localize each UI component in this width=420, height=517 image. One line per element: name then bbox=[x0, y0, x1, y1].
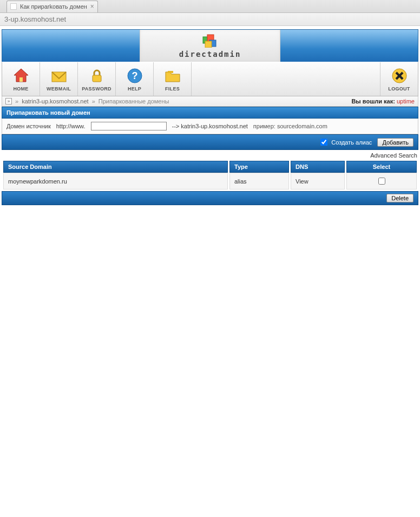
home-label: HOME bbox=[13, 86, 28, 91]
svg-rect-3 bbox=[205, 41, 212, 48]
logout-button[interactable]: LOGOUT bbox=[380, 62, 418, 96]
cell-select bbox=[346, 173, 417, 189]
cell-type: alias bbox=[229, 173, 289, 189]
delete-bar bbox=[2, 191, 418, 205]
domains-table: Source Domain Type DNS Select moynewpark… bbox=[2, 161, 418, 189]
svg-rect-10 bbox=[168, 71, 173, 73]
close-icon[interactable]: × bbox=[90, 3, 94, 10]
park-title-bar: Припарковать новый домен bbox=[2, 107, 418, 119]
help-button[interactable]: ? HELP bbox=[116, 62, 154, 96]
domain-suffix: --> katrin3-up.kosmohost.net bbox=[172, 123, 248, 129]
create-alias-checkbox[interactable] bbox=[320, 139, 327, 146]
th-select[interactable]: Select bbox=[346, 161, 417, 173]
url-prefix: http://www. bbox=[56, 123, 86, 129]
row-select-checkbox[interactable] bbox=[378, 178, 385, 185]
action-bar: Создать алиас bbox=[2, 134, 418, 150]
toolbar-spacer bbox=[192, 62, 380, 96]
table-row: moynewparkdomen.rualiasView bbox=[3, 173, 417, 189]
logo-box: directadmin bbox=[140, 30, 280, 62]
password-button[interactable]: PASSWORD bbox=[78, 62, 116, 96]
breadcrumb: » » katrin3-up.kosmohost.net » Припарков… bbox=[2, 96, 418, 107]
logged-in-label: Вы вошли как: bbox=[351, 98, 395, 104]
advanced-search-link[interactable]: Advanced Search bbox=[370, 152, 417, 159]
dns-view-link[interactable]: View bbox=[296, 178, 309, 185]
svg-rect-7 bbox=[93, 75, 101, 82]
files-button[interactable]: FILES bbox=[154, 62, 192, 96]
th-dns[interactable]: DNS bbox=[291, 161, 345, 173]
logged-in-user[interactable]: uptime bbox=[397, 98, 415, 104]
delete-button[interactable] bbox=[386, 194, 414, 202]
address-bar[interactable]: 3-up.kosmohost.net bbox=[0, 13, 420, 26]
help-label: HELP bbox=[128, 86, 141, 91]
files-label: FILES bbox=[165, 86, 180, 91]
address-url: 3-up.kosmohost.net bbox=[4, 15, 66, 23]
source-domain-input[interactable] bbox=[91, 122, 167, 130]
domain-example: пример: sourcedomain.com bbox=[253, 123, 327, 129]
crumb-current: Припаркованные домены bbox=[99, 98, 169, 104]
browser-tab[interactable]: Как приparkовать домен × bbox=[6, 1, 98, 12]
logo-text: directadmin bbox=[179, 50, 241, 58]
svg-text:?: ? bbox=[132, 70, 137, 81]
th-source[interactable]: Source Domain bbox=[3, 161, 228, 173]
folder-icon bbox=[163, 67, 182, 85]
create-alias-checkbox-label[interactable]: Создать алиас bbox=[318, 137, 372, 147]
crumb-domain-link[interactable]: katrin3-up.kosmohost.net bbox=[22, 98, 89, 104]
cell-dns: View bbox=[291, 173, 345, 189]
favicon-icon bbox=[10, 3, 17, 10]
logout-icon bbox=[390, 67, 409, 85]
directadmin-logo-icon bbox=[202, 34, 218, 49]
help-icon: ? bbox=[126, 67, 144, 85]
browser-tab-strip: Как приparkовать домен × bbox=[0, 0, 420, 13]
crumb-sep: » bbox=[15, 98, 18, 104]
svg-rect-5 bbox=[19, 77, 23, 82]
lock-icon bbox=[88, 67, 106, 85]
park-form-row: Домен источник http://www. --> katrin3-u… bbox=[2, 119, 418, 134]
create-alias-text: Создать алиас bbox=[331, 139, 372, 146]
home-button[interactable]: HOME bbox=[2, 62, 40, 96]
main-toolbar: HOME WEBMAIL PASSWORD ? HELP FILES bbox=[2, 62, 418, 96]
expand-icon[interactable]: » bbox=[5, 98, 12, 104]
header-banner: directadmin bbox=[2, 29, 418, 62]
add-button[interactable] bbox=[377, 138, 414, 147]
mail-icon bbox=[50, 67, 68, 85]
webmail-button[interactable]: WEBMAIL bbox=[40, 62, 78, 96]
logout-label: LOGOUT bbox=[388, 86, 410, 91]
tab-title: Как приparkовать домен bbox=[20, 3, 87, 10]
webmail-label: WEBMAIL bbox=[47, 86, 71, 91]
th-type[interactable]: Type bbox=[229, 161, 289, 173]
password-label: PASSWORD bbox=[82, 86, 111, 91]
source-domain-label: Домен источник bbox=[6, 123, 51, 129]
crumb-sep: » bbox=[92, 98, 95, 104]
cell-source: moynewparkdomen.ru bbox=[3, 173, 228, 189]
home-icon bbox=[12, 67, 30, 85]
